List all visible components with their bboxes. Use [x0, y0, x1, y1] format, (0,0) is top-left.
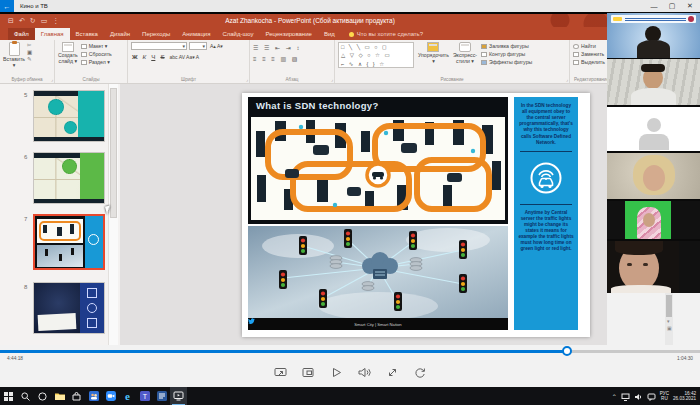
- layout-button[interactable]: Макет ▾: [81, 43, 112, 49]
- cut-icon[interactable]: ✂: [27, 42, 32, 48]
- tab-slideshow[interactable]: Слайд-шоу: [216, 28, 259, 40]
- people-app-icon[interactable]: [85, 387, 102, 405]
- seek-bar[interactable]: [0, 350, 700, 353]
- participant-avatar-placeholder[interactable]: [607, 107, 700, 151]
- ppt-window-title: Azat Zhankocha - PowerPoint (Сбой актива…: [150, 17, 470, 24]
- tab-animations[interactable]: Анимация: [176, 28, 216, 40]
- start-button[interactable]: [0, 387, 17, 405]
- avatar-icon: [647, 118, 661, 132]
- seek-handle[interactable]: [562, 346, 572, 356]
- language-indicator[interactable]: РУС RU: [660, 391, 669, 402]
- tab-home[interactable]: Главная: [35, 28, 70, 40]
- thumbnail-scrollbar[interactable]: [108, 84, 118, 345]
- office-app-icon[interactable]: [153, 387, 170, 405]
- file-explorer-icon[interactable]: [51, 387, 68, 405]
- network-icon[interactable]: [621, 387, 630, 405]
- theater-mode-icon[interactable]: [300, 364, 316, 380]
- slide-number-8: 8: [24, 284, 27, 290]
- shape-outline-button[interactable]: Контур фигуры: [481, 51, 532, 57]
- video-call-app-icon[interactable]: [102, 387, 119, 405]
- save-icon[interactable]: ⊟: [8, 17, 14, 24]
- shapes-gallery[interactable]: □ ╲ ╲ ▭ ○ ◻ △ ▽ ◇ ○ ☆ ▭ ⌐ ∿ ∧ { } ☆: [338, 42, 414, 68]
- maximize-button[interactable]: ▢: [664, 0, 680, 12]
- dialog-launcher-icon[interactable]: ⌟: [246, 77, 248, 82]
- participant-video-4[interactable]: [607, 201, 700, 239]
- repeat-icon[interactable]: [412, 364, 428, 380]
- redo-icon[interactable]: ↻: [30, 17, 36, 24]
- minimize-button[interactable]: —: [646, 0, 662, 12]
- participant-video-3[interactable]: [607, 153, 700, 199]
- movies-tv-app-icon[interactable]: [170, 387, 187, 405]
- volume-tray-icon[interactable]: [634, 387, 643, 405]
- slide-thumbnail-7-selected[interactable]: [33, 214, 105, 270]
- shape-effects-button[interactable]: Эффекты фигуры: [481, 59, 532, 65]
- task-view-icon[interactable]: [34, 387, 51, 405]
- tab-insert[interactable]: Вставка: [70, 28, 104, 40]
- bold-button[interactable]: Ж: [131, 53, 139, 60]
- slide-thumbnail-panel: 5 6 7: [0, 84, 120, 345]
- paragraph-buttons-row2[interactable]: ≡ ≡ ≡ ▥ ▨: [253, 55, 331, 62]
- screen: ← Кино и ТВ — ▢ ✕ ⊟ ↶ ↻ ▭ ⋮ Azat Zhankoc…: [0, 0, 700, 405]
- section-button[interactable]: Раздел ▾: [81, 59, 112, 65]
- teams-icon[interactable]: T: [136, 387, 153, 405]
- underline-button[interactable]: Ч: [150, 53, 156, 60]
- change-case-buttons[interactable]: A▴ A▾: [209, 43, 224, 49]
- store-icon[interactable]: [68, 387, 85, 405]
- participant-video-5[interactable]: [607, 241, 700, 293]
- slideshow-icon[interactable]: ▭: [41, 17, 48, 24]
- copy-icon[interactable]: ▣: [27, 49, 32, 55]
- slide-thumbnail-5[interactable]: [33, 90, 105, 142]
- edge-browser-icon[interactable]: e: [119, 387, 136, 405]
- new-slide-button[interactable]: Создать слайд ▾: [58, 42, 78, 65]
- tell-me-box[interactable]: Что вы хотите сделать?: [349, 31, 423, 40]
- slide-number-6: 6: [24, 154, 27, 160]
- ppt-titlebar: ⊟ ↶ ↻ ▭ ⋮ Azat Zhankocha - PowerPoint (С…: [0, 14, 700, 27]
- dialog-launcher-icon[interactable]: ⌟: [566, 77, 568, 82]
- reset-button[interactable]: Сбросить: [81, 51, 112, 57]
- participant-video-2[interactable]: [607, 59, 700, 105]
- taskbar: e T ⌃ РУС RU 16:42: [0, 387, 700, 405]
- current-slide[interactable]: What is SDN technology?: [242, 93, 590, 337]
- cast-icon[interactable]: [272, 364, 288, 380]
- slide-title: What is SDN technology?: [256, 100, 379, 111]
- paste-button[interactable]: Вставить ▾: [3, 42, 25, 69]
- image-caption-bar: Smart City | Smart Nation: [248, 318, 508, 330]
- dialog-launcher-icon[interactable]: ⌟: [51, 77, 53, 82]
- italic-button[interactable]: К: [142, 53, 148, 60]
- tab-transitions[interactable]: Переходы: [136, 28, 176, 40]
- arrange-button[interactable]: Упорядочить ▾: [418, 42, 449, 68]
- clock[interactable]: 16:42 26.03.2021: [673, 391, 696, 402]
- font-size-combobox[interactable]: ▾: [189, 42, 207, 50]
- undo-icon[interactable]: ↶: [19, 17, 25, 24]
- participant-video-1[interactable]: [607, 13, 700, 58]
- back-button[interactable]: ←: [0, 0, 14, 12]
- tab-design[interactable]: Дизайн: [104, 28, 136, 40]
- search-icon[interactable]: [17, 387, 34, 405]
- slide-thumbnail-6[interactable]: [33, 152, 105, 204]
- font-extra-buttons[interactable]: abc AV Aa▾ A: [169, 54, 201, 60]
- group-clipboard: Вставить ▾ ✂ ▣ ✎ Буфер обмена ⌟: [0, 40, 55, 83]
- info-text-bottom: Anytime by Central server the traffic li…: [518, 210, 574, 253]
- video-playback-area[interactable]: ⊟ ↶ ↻ ▭ ⋮ Azat Zhankocha - PowerPoint (С…: [0, 12, 700, 345]
- slide-thumbnail-8[interactable]: [33, 282, 105, 334]
- back-icon: ←: [4, 3, 11, 10]
- tab-view[interactable]: Вид: [318, 28, 341, 40]
- play-icon[interactable]: [328, 364, 344, 380]
- tray-expand-icon[interactable]: ⌃: [612, 393, 617, 400]
- paragraph-buttons-row1[interactable]: ☰ ☰ ⇤ ⇥ ↕: [253, 44, 331, 51]
- fullscreen-icon[interactable]: [384, 364, 400, 380]
- quick-access-toolbar: ⊟ ↶ ↻ ▭ ⋮: [8, 17, 59, 24]
- strikethrough-button[interactable]: S: [159, 53, 165, 60]
- tab-review[interactable]: Рецензирование: [260, 28, 318, 40]
- meeting-footer-icons[interactable]: ▾▣: [667, 319, 672, 331]
- tab-file[interactable]: Файл: [8, 28, 35, 40]
- close-button[interactable]: ✕: [682, 0, 698, 12]
- font-name-combobox[interactable]: ▾: [131, 42, 187, 50]
- dialog-launcher-icon[interactable]: ⌟: [331, 77, 333, 82]
- format-painter-icon[interactable]: ✎: [27, 56, 32, 62]
- shape-fill-button[interactable]: Заливка фигуры: [481, 43, 532, 49]
- notification-icon[interactable]: [647, 387, 656, 405]
- volume-icon[interactable]: [356, 364, 372, 380]
- qat-more-icon[interactable]: ⋮: [52, 17, 59, 24]
- quick-styles-button[interactable]: Экспресс- стили ▾: [453, 42, 477, 68]
